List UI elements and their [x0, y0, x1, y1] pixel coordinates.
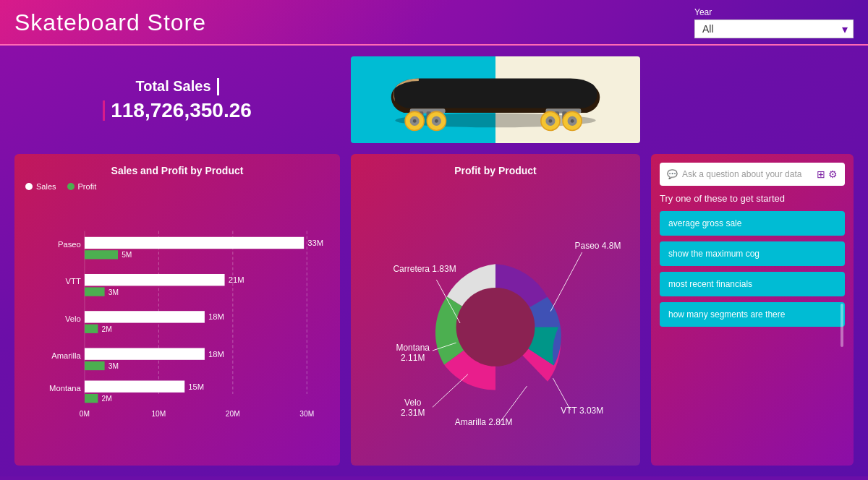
settings-icon[interactable]: ⚙ [828, 168, 838, 180]
qa-suggestion-3[interactable]: how many segments are there [660, 302, 845, 327]
svg-rect-40 [85, 348, 205, 359]
chat-icon: 💬 [667, 169, 678, 179]
year-select[interactable]: All 2018 2019 2020 2021 [694, 20, 854, 38]
qa-panel-inner: Try one of these to get started average … [660, 193, 845, 457]
qa-input-wrapper: 💬 Ask a question about your data ⊞ ⚙ [660, 163, 845, 186]
svg-text:5M: 5M [122, 251, 132, 259]
legend-dot-profit [67, 183, 75, 190]
svg-line-66 [499, 386, 527, 423]
bar-chart-svg: 33M 5M Paseo 21M 3M VTT 18M 2M Velo 18M [25, 197, 329, 443]
svg-text:3M: 3M [109, 288, 119, 296]
svg-point-17 [548, 119, 552, 123]
svg-text:Montana: Montana [49, 384, 82, 393]
qa-suggestion-2[interactable]: most recent financials [660, 272, 845, 296]
svg-text:2.31M: 2.31M [401, 408, 425, 418]
svg-text:2.11M: 2.11M [401, 353, 425, 363]
svg-text:Paseo: Paseo [58, 240, 81, 249]
svg-text:Paseo 4.8M: Paseo 4.8M [575, 241, 621, 251]
app-title: Skateboard Store [14, 9, 206, 36]
year-label: Year [694, 7, 712, 17]
svg-text:15M: 15M [188, 382, 204, 391]
svg-text:0M: 0M [80, 410, 90, 418]
donut-svg: Paseo 4.8M Carretera 1.83M Montana 2.11M… [362, 184, 629, 455]
legend-label-profit: Profit [78, 182, 97, 191]
svg-rect-27 [85, 250, 118, 259]
svg-line-56 [550, 252, 582, 312]
total-sales-value: 118,726,350.26 [103, 99, 252, 122]
svg-text:20M: 20M [226, 410, 240, 418]
qa-suggestion-1[interactable]: show the maximum cog [660, 241, 845, 266]
bar-chart-title: Sales and Profit by Product [25, 165, 329, 176]
svg-line-64 [433, 374, 468, 408]
svg-text:Montana: Montana [396, 343, 430, 353]
total-sales-card: Total Sales 118,726,350.26 [14, 56, 340, 143]
main-content: Total Sales 118,726,350.26 [0, 46, 868, 476]
qa-panel: 💬 Ask a question about your data ⊞ ⚙ Try… [651, 154, 854, 466]
qa-toolbar: ⊞ ⚙ [817, 168, 838, 180]
bar-chart-card: Sales and Profit by Product Sales Profit… [14, 154, 340, 466]
svg-rect-42 [85, 361, 105, 370]
donut-chart-card: Profit by Product [351, 154, 640, 466]
svg-text:3M: 3M [109, 362, 119, 370]
svg-rect-47 [85, 394, 98, 403]
svg-text:18M: 18M [208, 313, 224, 322]
total-sales-title: Total Sales [135, 78, 218, 95]
skateboard-image [351, 56, 640, 143]
sales-bar-indicator [217, 78, 219, 95]
svg-text:18M: 18M [208, 350, 224, 359]
top-right-empty [651, 56, 854, 143]
legend-label-sales: Sales [36, 182, 56, 191]
svg-text:Velo: Velo [65, 314, 81, 323]
svg-text:21M: 21M [229, 275, 244, 284]
svg-rect-25 [85, 237, 304, 249]
svg-text:Amarilla 2.81M: Amarilla 2.81M [455, 417, 513, 427]
app-header: Skateboard Store Year All 2018 2019 2020… [0, 0, 868, 46]
svg-text:VTT: VTT [66, 277, 81, 286]
qa-suggestion-0[interactable]: average gross sale [660, 211, 845, 236]
svg-point-14 [435, 119, 438, 123]
donut-chart-title: Profit by Product [454, 165, 537, 176]
svg-rect-37 [85, 325, 98, 333]
qa-input-placeholder: Ask a question about your data [682, 169, 812, 179]
bar-chart-legend: Sales Profit [25, 182, 329, 191]
skateboard-svg [351, 56, 640, 143]
qa-try-text: Try one of these to get started [660, 193, 845, 204]
legend-profit: Profit [67, 182, 97, 191]
svg-text:Amarilla: Amarilla [51, 351, 81, 360]
svg-rect-32 [85, 287, 105, 296]
svg-text:33M: 33M [307, 239, 323, 247]
svg-text:VTT 3.03M: VTT 3.03M [561, 406, 603, 416]
svg-rect-45 [85, 381, 184, 393]
qa-scrollbar[interactable] [841, 304, 843, 347]
donut-chart-area: Paseo 4.8M Carretera 1.83M Montana 2.11M… [362, 184, 629, 455]
svg-text:2M: 2M [102, 325, 112, 333]
svg-text:Carretera 1.83M: Carretera 1.83M [393, 264, 456, 274]
svg-point-20 [571, 119, 574, 123]
svg-text:10M: 10M [151, 410, 166, 418]
svg-rect-30 [85, 274, 225, 286]
year-filter: Year All 2018 2019 2020 2021 [694, 7, 854, 38]
svg-point-54 [456, 288, 535, 367]
qa-suggestions-list: average gross sale show the maximum cog … [660, 211, 845, 457]
svg-rect-35 [85, 311, 205, 322]
svg-text:30M: 30M [299, 410, 314, 418]
svg-text:Velo: Velo [404, 398, 422, 408]
legend-dot-sales [25, 183, 33, 190]
legend-sales: Sales [25, 182, 56, 191]
year-select-wrapper: All 2018 2019 2020 2021 [694, 20, 854, 38]
svg-point-11 [413, 119, 417, 123]
table-view-icon[interactable]: ⊞ [817, 168, 825, 180]
svg-text:2M: 2M [102, 395, 112, 403]
